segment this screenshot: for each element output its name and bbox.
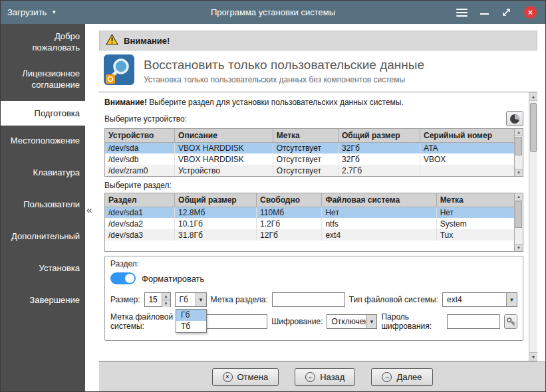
restore-user-data-icon [103,54,135,88]
device-section-label: Выберите устройство: [104,114,187,124]
encryption-combobox[interactable]: Отключено ▼ [327,314,377,329]
sidebar-item-welcome[interactable]: Добро пожаловать [1,27,85,57]
unit-option-tb[interactable]: Тб [176,321,206,332]
size-label: Размер: [110,295,140,304]
back-button[interactable]: ← Назад [295,368,355,386]
cancel-button[interactable]: × Отмена [212,368,279,386]
window-title: Программа установки системы [211,7,335,17]
arrow-right-icon: → [382,372,392,382]
partition-col-header[interactable]: Общий размер [175,193,257,207]
scroll-up-icon[interactable]: ▲ [529,92,537,101]
device-col-header[interactable]: Метка [273,129,338,142]
sidebar-item-install[interactable]: Установка [1,258,85,278]
device-col-header[interactable]: Устройство [105,129,175,142]
partition-label-input[interactable] [272,292,345,307]
cell: 110Мб [257,207,322,218]
show-password-button[interactable] [504,314,517,329]
cell: /dev/sda1 [105,207,175,218]
cell: Нет [436,207,514,218]
sidebar-item-keyboard[interactable]: Клавиатура [1,163,85,182]
scrollbar-thumb[interactable] [515,137,522,155]
cell: 12Гб [257,229,322,241]
fstype-value: ext4 [443,295,506,304]
content-scrollbar[interactable]: ▲ ▼ [529,92,537,361]
size-input[interactable] [145,293,162,306]
size-unit-combobox[interactable]: Гб ▼ [175,292,207,307]
maximize-icon[interactable] [501,7,511,17]
device-col-header[interactable]: Описание [175,129,273,142]
device-table-row[interactable]: /dev/sdb VBOX HARDDISK Отсутствует 32Гб … [105,153,514,165]
next-button[interactable]: → Далее [371,368,432,386]
partition-table-scrollbar[interactable]: ▲ ▼ [514,193,523,251]
size-spinner[interactable]: ▲ ▼ [144,292,171,307]
footer: × Отмена ← Назад → Далее [99,361,545,391]
load-menu-button[interactable]: Загрузить ▼ [7,7,57,17]
cell: System [436,218,514,229]
partition-table-row[interactable]: /dev/sda1 12.8Мб 110Мб Нет Нет [105,207,514,218]
disk-usage-pie-button[interactable] [506,111,523,126]
partition-col-header[interactable]: Метка [436,193,514,207]
cell: 2.7Гб [339,165,420,176]
cell: /dev/sda3 [105,229,175,241]
scroll-down-icon[interactable]: ▼ [515,169,523,176]
fstype-combobox[interactable]: ext4 ▼ [442,292,517,307]
cell: 32Гб [339,153,420,165]
cell: Отсутствует [273,165,338,176]
cell: ntfs [322,218,436,229]
scrollbar-thumb[interactable] [515,201,522,228]
encryption-value: Отключено [327,317,366,326]
sidebar-item-preparation[interactable]: Подготовка [1,101,85,126]
format-row: Форматировать [110,272,517,284]
menu-icon[interactable] [456,9,468,17]
partition-table-row[interactable]: /dev/sda2 10.1Гб 1.2Гб ntfs System [105,218,514,229]
sidebar-collapse-button[interactable]: « [86,204,92,215]
sidebar-item-license[interactable]: Лицензионное соглашение [1,64,85,94]
device-table-header-row: Устройство Описание Метка Общий размер С… [105,129,514,142]
sidebar-item-users[interactable]: Пользователи [1,195,85,214]
encryption-password-input[interactable] [447,314,500,329]
sidebar-item-location[interactable]: Местоположение [1,131,85,150]
cell: Tux [436,229,514,241]
step-subtitle: Установка только пользовательских данных… [144,75,424,84]
partition-label-label: Метка раздела: [211,295,268,304]
step-title: Восстановить только пользовательские дан… [144,58,424,72]
scrollbar-thumb[interactable] [530,103,537,152]
device-col-header[interactable]: Общий размер [339,129,420,142]
sidebar: Добро пожаловать Лицензионное соглашение… [1,24,85,391]
spin-down-icon[interactable]: ▼ [162,300,170,307]
minimize-button[interactable] [480,13,489,15]
format-toggle[interactable] [110,272,136,284]
cancel-label: Отмена [237,372,269,382]
encryption-label: Шифрование: [271,317,323,326]
partition-group-box: Раздел: Форматировать Размер: ▲ ▼ [104,256,523,341]
close-button[interactable]: × [524,6,537,19]
device-col-header[interactable]: Серийный номер [420,129,514,142]
warning-icon [106,34,118,48]
scroll-region: Внимание! Выберите раздел для установки … [99,92,537,361]
device-table-scrollbar[interactable]: ▲ ▼ [514,129,523,176]
notice-bold: Внимание! [104,98,147,107]
partition-col-header[interactable]: Свободно [257,193,322,207]
device-table-row[interactable]: /dev/zram0 Устройство Отсутствует 2.7Гб [105,165,514,176]
fslabel-row: Метка файловой системы: Шифрование: Откл… [110,312,517,331]
partition-table-row[interactable]: /dev/sda3 31.8Гб 12Гб ext4 Tux [105,229,514,241]
partition-col-header[interactable]: Файловая система [322,193,436,207]
scroll-down-icon[interactable]: ▼ [529,352,537,361]
arrow-left-icon: ← [305,372,315,382]
toggle-knob [125,274,134,283]
unit-option-gb[interactable]: Гб [176,310,206,321]
next-label: Далее [396,372,422,382]
cell: VBOX HARDDISK [175,153,273,165]
sidebar-item-finish[interactable]: Завершение [1,290,85,310]
size-row: Размер: ▲ ▼ Гб ▼ Метка раздела: [110,292,517,307]
partition-col-header[interactable]: Раздел [105,193,175,207]
device-table-row[interactable]: /dev/sda VBOX HARDDISK Отсутствует 32Гб … [105,142,514,153]
scroll-down-icon[interactable]: ▼ [515,244,523,251]
spin-up-icon[interactable]: ▲ [162,293,170,300]
sidebar-item-additional[interactable]: Дополнительный [1,227,85,246]
partition-section-label: Выберите раздел: [104,181,523,190]
chevron-down-icon: ▼ [196,293,206,306]
cell: Отсутствует [273,153,338,165]
scroll-up-icon[interactable]: ▲ [515,193,523,201]
scroll-up-icon[interactable]: ▲ [515,129,523,136]
